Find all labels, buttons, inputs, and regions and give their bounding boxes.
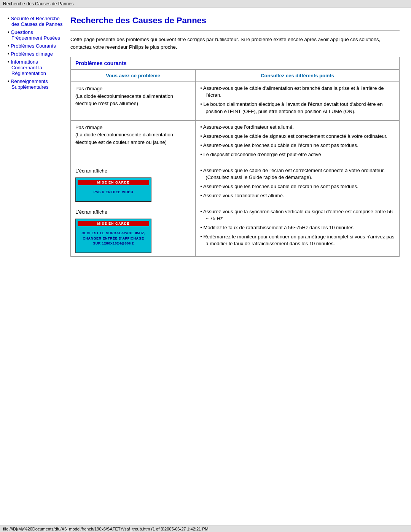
sidebar-item[interactable]: Sécurité et Recherche des Causes de Pann… bbox=[8, 16, 63, 27]
check-cell: Assurez-vous que le câble de l'écran est… bbox=[196, 164, 400, 205]
check-cell: Assurez-vous que le câble d'alimentation… bbox=[196, 82, 400, 121]
sidebar-item[interactable]: Problèmes d'image bbox=[8, 51, 63, 57]
divider bbox=[70, 30, 400, 30]
table-column-header: Consultez ces différents points bbox=[196, 70, 400, 82]
section-title: Problèmes courants bbox=[71, 57, 400, 70]
screen-body-text: PAS D'ENTRÉE VIDÉO bbox=[81, 190, 146, 195]
intro-text: Cette page présente des problèmes qui pe… bbox=[70, 36, 400, 51]
check-item: Assurez-vous l'ordinateur est allumé. bbox=[200, 192, 395, 199]
check-item: Le bouton d'alimentation électrique à l'… bbox=[200, 101, 395, 115]
sidebar-nav: Sécurité et Recherche des Causes de Pann… bbox=[8, 16, 63, 90]
problem-cell: L'écran afficheMISE EN GARDEPAS D'ENTRÉE… bbox=[71, 164, 196, 205]
sidebar-link[interactable]: Sécurité et Recherche des Causes de Pann… bbox=[11, 16, 62, 27]
check-item: Assurez-vous que le câble de l'écran est… bbox=[200, 167, 395, 181]
sidebar-item[interactable]: Informations Concernant la Réglementatio… bbox=[8, 59, 63, 76]
content-area: Recherche des Causes de Pannes Cette pag… bbox=[70, 16, 400, 257]
check-item: Assurez-vous que les broches du câble de… bbox=[200, 142, 395, 149]
problem-text: Pas d'image (La diode électroluminescent… bbox=[75, 85, 191, 107]
check-item: Assurez-vous que le câble de signaux est… bbox=[200, 133, 395, 140]
check-item: Modifiez le taux de rafraîchissement à 5… bbox=[200, 224, 395, 231]
problem-cell: L'écran afficheMISE EN GARDECECI EST LE … bbox=[71, 205, 196, 256]
check-item: Redémarrez le moniteur pour continuer un… bbox=[200, 233, 395, 247]
problems-table: Problèmes courants Vous avez ce problème… bbox=[70, 57, 400, 257]
check-cell: Assurez-vous que la synchronisation vert… bbox=[196, 205, 400, 256]
screen-body: PAS D'ENTRÉE VIDÉO bbox=[78, 185, 149, 200]
check-item: Assurez-vous que les broches du câble de… bbox=[200, 183, 395, 190]
check-list: Assurez-vous que le câble de l'écran est… bbox=[200, 167, 395, 200]
page-title: Recherche des Causes de Pannes bbox=[70, 16, 400, 26]
check-list: Assurez-vous que l'ordinateur est allumé… bbox=[200, 124, 395, 158]
screen-warning-bar: MISE EN GARDE bbox=[78, 221, 149, 226]
problem-text: L'écran affiche bbox=[75, 167, 191, 175]
check-item: Assurez-vous que la synchronisation vert… bbox=[200, 208, 395, 222]
screen-body-text: CECI EST LE SURBALAYAGE 85HZ, CHANGER EN… bbox=[81, 231, 146, 246]
screen-body: CECI EST LE SURBALAYAGE 85HZ, CHANGER EN… bbox=[78, 226, 149, 251]
table-row: L'écran afficheMISE EN GARDEPAS D'ENTRÉE… bbox=[71, 164, 400, 205]
table-row: L'écran afficheMISE EN GARDECECI EST LE … bbox=[71, 205, 400, 256]
check-item: Assurez-vous que l'ordinateur est allumé… bbox=[200, 124, 395, 131]
check-list: Assurez-vous que la synchronisation vert… bbox=[200, 208, 395, 248]
sidebar-link[interactable]: Problèmes d'image bbox=[11, 51, 53, 57]
screen-display: MISE EN GARDEPAS D'ENTRÉE VIDÉO bbox=[75, 177, 151, 202]
sidebar-link[interactable]: Informations Concernant la Réglementatio… bbox=[11, 59, 46, 76]
table-row: Pas d'image (La diode électroluminescent… bbox=[71, 120, 400, 164]
title-bar: Recherche des Causes de Pannes bbox=[0, 0, 411, 8]
check-list: Assurez-vous que le câble d'alimentation… bbox=[200, 85, 395, 115]
sidebar-link[interactable]: Problèmes Courants bbox=[11, 43, 56, 49]
problem-cell: Pas d'image (La diode électroluminescent… bbox=[71, 82, 196, 121]
check-cell: Assurez-vous que l'ordinateur est allumé… bbox=[196, 120, 400, 164]
screen-warning-bar: MISE EN GARDE bbox=[78, 180, 149, 185]
sidebar-item[interactable]: Renseignements Supplémentaires bbox=[8, 78, 63, 90]
sidebar: Sécurité et Recherche des Causes de Pann… bbox=[8, 16, 63, 257]
check-item: Le dispositif d'économie d'énergie est p… bbox=[200, 151, 395, 158]
sidebar-item[interactable]: Questions Fréquemment Posées bbox=[8, 29, 63, 41]
problem-text: Pas d'image (La diode électroluminescent… bbox=[75, 124, 191, 146]
problem-cell: Pas d'image (La diode électroluminescent… bbox=[71, 120, 196, 164]
problem-text: L'écran affiche bbox=[75, 208, 191, 216]
title-bar-text: Recherche des Causes de Pannes bbox=[3, 1, 73, 6]
sidebar-item[interactable]: Problèmes Courants bbox=[8, 43, 63, 49]
sidebar-link[interactable]: Renseignements Supplémentaires bbox=[11, 78, 48, 90]
table-row: Pas d'image (La diode électroluminescent… bbox=[71, 82, 400, 121]
screen-display: MISE EN GARDECECI EST LE SURBALAYAGE 85H… bbox=[75, 219, 151, 253]
main-layout: Sécurité et Recherche des Causes de Pann… bbox=[0, 8, 411, 264]
table-column-header: Vous avez ce problème bbox=[71, 70, 196, 82]
check-item: Assurez-vous que le câble d'alimentation… bbox=[200, 85, 395, 99]
sidebar-link[interactable]: Questions Fréquemment Posées bbox=[11, 29, 60, 41]
